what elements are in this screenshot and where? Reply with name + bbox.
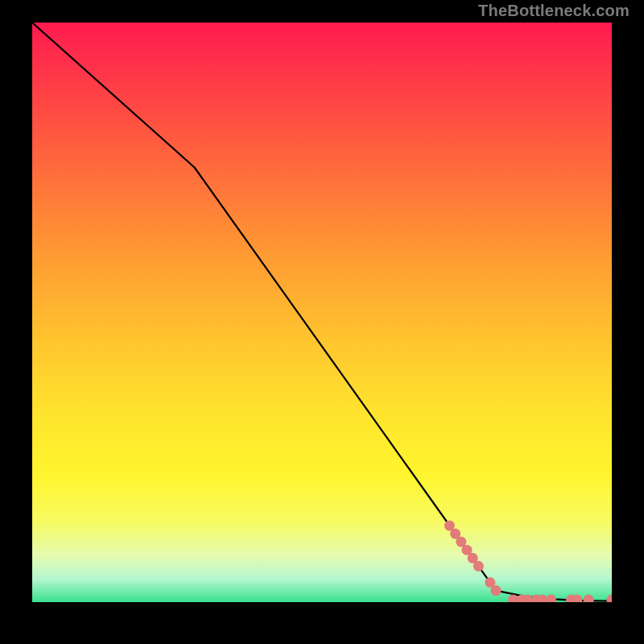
curve-line [32,23,612,601]
plot-area [32,23,612,602]
watermark-text: TheBottleneck.com [478,2,630,20]
scatter-markers [444,520,612,602]
chart-overlay [32,23,612,602]
scatter-point [607,595,613,602]
scatter-point [473,561,484,572]
scatter-point [546,595,556,602]
chart-frame: TheBottleneck.com [0,0,644,644]
scatter-point [491,585,502,596]
scatter-point [584,595,594,602]
